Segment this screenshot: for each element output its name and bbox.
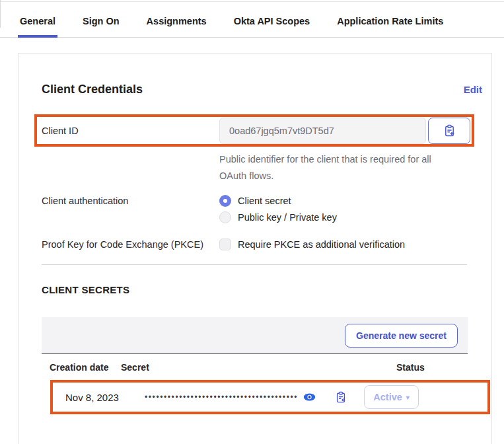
pkce-checkbox-label: Require PKCE as additional verification [238,239,405,250]
radio-public-private-key-label: Public key / Private key [238,212,337,223]
table-header-row: Creation date Secret Status [42,354,468,380]
secret-row-highlight-box: Nov 8, 2023 ••••••••••••••••••••••••••••… [50,380,490,414]
pkce-row: Proof Key for Code Exchange (PKCE) Requi… [42,239,491,250]
tab-application-rate-limits[interactable]: Application Rate Limits [335,7,445,38]
secret-creation-date: Nov 8, 2023 [65,392,145,403]
generate-new-secret-button[interactable]: Generate new secret [345,324,458,348]
client-authentication-label: Client authentication [42,195,219,223]
window-top-border [0,1,504,2]
tab-assignments[interactable]: Assignments [145,7,209,38]
tab-okta-api-scopes[interactable]: Okta API Scopes [232,7,312,38]
tab-sign-on[interactable]: Sign On [81,7,122,38]
copy-client-id-button[interactable] [428,118,470,144]
radio-client-secret[interactable] [219,195,231,207]
client-authentication-row: Client authentication Client secret Publ… [42,195,491,223]
header-status: Status [396,362,460,373]
client-secrets-table: Generate new secret Creation date Secret… [42,317,468,414]
option-client-secret: Client secret [219,195,337,207]
client-id-label: Client ID [42,126,219,136]
section-title: Client Credentials [42,83,143,96]
copy-secret-button[interactable] [335,390,349,404]
client-id-help-line-2: OAuth flows. [219,168,491,184]
tab-bar: General Sign On Assignments Okta API Sco… [0,7,504,38]
status-dropdown-button[interactable]: Active ▾ [364,385,419,409]
status-badge: Active [373,392,402,402]
client-authentication-options: Client secret Public key / Private key [219,195,337,223]
client-credentials-header: Client Credentials Edit [42,83,482,96]
option-public-private-key: Public key / Private key [219,211,337,223]
pkce-option: Require PKCE as additional verification [219,239,405,250]
client-id-input-group: 0oad67jgq5m7vt9DT5d7 [219,118,470,144]
client-credentials-card: Client Credentials Edit Client ID 0oad67… [18,53,492,444]
client-secrets-toolbar: Generate new secret [42,317,468,354]
chevron-down-icon: ▾ [406,394,410,401]
radio-public-private-key[interactable] [219,211,231,223]
client-secrets-title: CLIENT SECRETS [42,284,491,295]
reveal-secret-button[interactable] [303,391,318,403]
client-id-help-line-1: Public identifier for the client that is… [219,151,491,168]
client-id-help-text: Public identifier for the client that is… [219,151,491,184]
pkce-label: Proof Key for Code Exchange (PKCE) [42,239,219,250]
edit-link[interactable]: Edit [464,84,482,95]
client-id-highlight-box: Client ID 0oad67jgq5m7vt9DT5d7 [34,114,474,147]
eye-icon [303,392,316,402]
pkce-checkbox[interactable] [219,239,231,250]
masked-secret-value: •••••••••••••••••••••••••••••••••••••••• [145,392,298,402]
header-creation-date: Creation date [42,362,121,373]
clipboard-copy-icon [443,124,456,137]
clipboard-copy-icon [335,391,347,404]
header-secret: Secret [121,362,396,373]
client-id-value-field[interactable]: 0oad67jgq5m7vt9DT5d7 [219,118,426,144]
section-divider [42,264,467,265]
radio-client-secret-label: Client secret [238,196,291,206]
tab-general[interactable]: General [18,7,57,38]
